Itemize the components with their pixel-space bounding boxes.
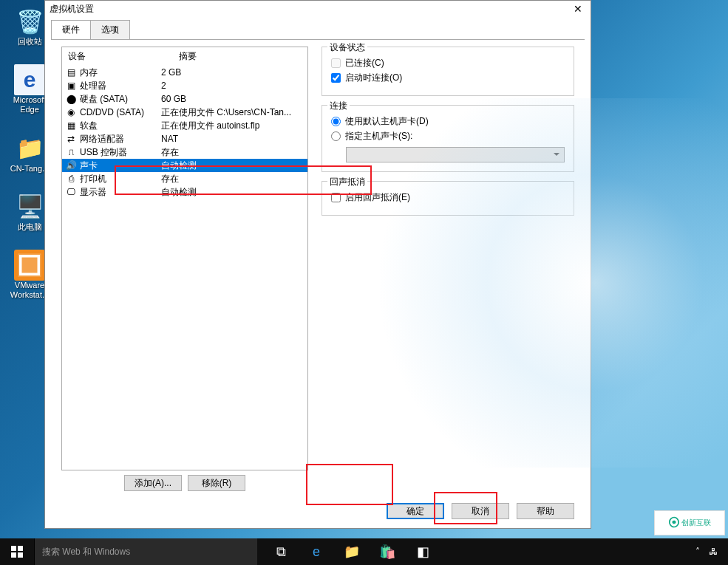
- add-button[interactable]: 添加(A)...: [124, 475, 182, 491]
- taskbar-edge-icon[interactable]: e: [299, 538, 334, 565]
- device-name: 硬盘 (SATA): [80, 93, 128, 106]
- mem-icon: ▤: [65, 66, 77, 78]
- device-summary: NAT: [161, 134, 305, 144]
- tray-chevron-icon[interactable]: ˄: [695, 547, 700, 557]
- connected-check[interactable]: 已连接(C): [331, 57, 565, 69]
- connect-poweron-label: 启动时连接(O): [345, 72, 402, 84]
- col-summary: 摘要: [179, 50, 197, 63]
- remove-button[interactable]: 移除(R): [188, 475, 245, 491]
- device-row-net[interactable]: ⇄网络适配器NAT: [62, 132, 307, 145]
- store-icon[interactable]: 🛍️: [370, 538, 405, 565]
- device-summary: 正在使用文件 autoinst.flp: [161, 120, 305, 132]
- svg-rect-2: [11, 546, 16, 551]
- cd-icon: ◉: [65, 106, 77, 118]
- group-status: 设备状态 已连接(C) 启动时连接(O): [322, 47, 574, 96]
- tray[interactable]: ˄ 🖧: [695, 547, 728, 557]
- titlebar[interactable]: 虚拟机设置 ✕: [45, 1, 591, 17]
- device-row-cd[interactable]: ◉CD/DVD (SATA)正在使用文件 C:\Users\CN-Tan...: [62, 106, 307, 119]
- device-row-usb[interactable]: ⎍USB 控制器存在: [62, 145, 307, 159]
- connect-poweron-check[interactable]: 启动时连接(O): [331, 72, 565, 84]
- desktop: 🗑️ 回收站 e Microsoft Edge 📁 CN-Tang... 🖥️ …: [0, 0, 728, 565]
- device-row-mem[interactable]: ▤内存2 GB: [62, 66, 307, 79]
- device-row-printer[interactable]: ⎙打印机存在: [62, 172, 307, 185]
- recycle-label: 回收站: [18, 37, 42, 47]
- group-connection-title: 连接: [327, 100, 350, 112]
- device-summary: 存在: [161, 173, 305, 185]
- device-buttons: 添加(A)... 移除(R): [61, 475, 308, 491]
- task-items: ⧉ e 📁 🛍️ ◧: [263, 538, 440, 565]
- tab-hardware[interactable]: 硬件: [51, 20, 91, 39]
- group-status-title: 设备状态: [327, 41, 367, 54]
- device-name: 声卡: [80, 160, 98, 172]
- explorer-icon[interactable]: 📁: [334, 538, 370, 565]
- host-soundcard-select[interactable]: [346, 147, 565, 162]
- cancel-button[interactable]: 取消: [452, 503, 509, 519]
- recycle-icon: 🗑️: [14, 6, 45, 37]
- usb-icon: ⎍: [65, 146, 77, 158]
- group-connection: 连接 使用默认主机声卡(D) 指定主机声卡(S):: [322, 105, 574, 172]
- svg-rect-5: [18, 552, 23, 558]
- device-row-sound[interactable]: 🔊声卡自动检测: [62, 159, 307, 172]
- device-summary: 存在: [161, 146, 305, 159]
- device-name: 内存: [80, 66, 98, 79]
- close-button[interactable]: ✕: [570, 4, 586, 14]
- device-summary: 自动检测: [161, 160, 305, 172]
- display-icon: 🖵: [65, 186, 77, 198]
- vmware-task-icon[interactable]: ◧: [405, 538, 440, 565]
- window-title: 虚拟机设置: [50, 3, 94, 16]
- start-button[interactable]: [0, 538, 34, 565]
- floppy-icon: ▦: [65, 120, 77, 131]
- device-row-cpu[interactable]: ▣处理器2: [62, 79, 307, 92]
- windows-icon: [11, 546, 23, 558]
- taskview-icon[interactable]: ⧉: [263, 538, 299, 565]
- ok-button[interactable]: 确定: [387, 503, 444, 519]
- device-name: 打印机: [80, 173, 106, 185]
- device-name: USB 控制器: [80, 146, 127, 159]
- tabs: 硬件 选项: [45, 17, 591, 39]
- net-icon: ⇄: [65, 133, 77, 145]
- dialog-footer: 确定 取消 帮助: [45, 499, 591, 528]
- this-pc-label: 此电脑: [18, 222, 42, 232]
- tab-options[interactable]: 选项: [90, 20, 130, 39]
- echo-check[interactable]: 启用回声抵消(E): [331, 191, 565, 204]
- device-summary: 2: [161, 81, 305, 91]
- device-list[interactable]: 设备 摘要 ▤内存2 GB▣处理器2⬤硬盘 (SATA)60 GB◉CD/DVD…: [61, 47, 308, 470]
- list-header: 设备 摘要: [62, 47, 307, 66]
- printer-icon: ⎙: [65, 173, 77, 185]
- sound-icon: 🔊: [65, 160, 77, 171]
- vmware-icon: [14, 250, 45, 281]
- device-name: 处理器: [80, 80, 106, 92]
- vm-settings-window: 虚拟机设置 ✕ 硬件 选项 设备 摘要 ▤内存2 GB▣处理器2⬤硬盘 (SAT…: [44, 0, 591, 529]
- search-box[interactable]: 搜索 Web 和 Windows: [34, 538, 257, 565]
- specify-radio[interactable]: 指定主机声卡(S):: [331, 130, 565, 143]
- disk-icon: ⬤: [65, 93, 77, 105]
- col-device: 设备: [68, 50, 179, 63]
- watermark-text: 创新互联: [681, 518, 711, 528]
- taskbar: 搜索 Web 和 Windows ⧉ e 📁 🛍️ ◧ ˄ 🖧: [0, 538, 728, 565]
- user-folder-label: CN-Tang...: [10, 164, 50, 174]
- specify-label: 指定主机声卡(S):: [345, 130, 412, 143]
- device-row-display[interactable]: 🖵显示器自动检测: [62, 185, 307, 199]
- device-panel: 设备 摘要 ▤内存2 GB▣处理器2⬤硬盘 (SATA)60 GB◉CD/DVD…: [61, 47, 308, 491]
- device-summary: 60 GB: [161, 94, 305, 104]
- use-default-label: 使用默认主机声卡(D): [345, 115, 429, 128]
- tray-network-icon[interactable]: 🖧: [709, 547, 718, 557]
- svg-rect-3: [18, 546, 23, 551]
- watermark: ⦿创新互联: [654, 510, 725, 535]
- use-default-radio[interactable]: 使用默认主机声卡(D): [331, 115, 565, 128]
- search-placeholder: 搜索 Web 和 Windows: [42, 546, 130, 558]
- device-summary: 自动检测: [161, 186, 305, 199]
- settings-panel: 设备状态 已连接(C) 启动时连接(O) 连接 使用默认主机声卡(D) 指定主机…: [322, 47, 574, 491]
- device-row-disk[interactable]: ⬤硬盘 (SATA)60 GB: [62, 92, 307, 106]
- device-name: 显示器: [80, 186, 106, 199]
- folder-icon: 📁: [14, 133, 45, 164]
- dialog-body: 设备 摘要 ▤内存2 GB▣处理器2⬤硬盘 (SATA)60 GB◉CD/DVD…: [45, 39, 591, 499]
- device-row-floppy[interactable]: ▦软盘正在使用文件 autoinst.flp: [62, 119, 307, 132]
- echo-label: 启用回声抵消(E): [345, 191, 410, 204]
- help-button[interactable]: 帮助: [517, 503, 574, 519]
- device-name: 网络适配器: [80, 133, 124, 145]
- cpu-icon: ▣: [65, 80, 77, 92]
- group-echo-title: 回声抵消: [327, 176, 367, 188]
- device-summary: 2 GB: [161, 67, 305, 78]
- device-summary: 正在使用文件 C:\Users\CN-Tan...: [161, 106, 305, 119]
